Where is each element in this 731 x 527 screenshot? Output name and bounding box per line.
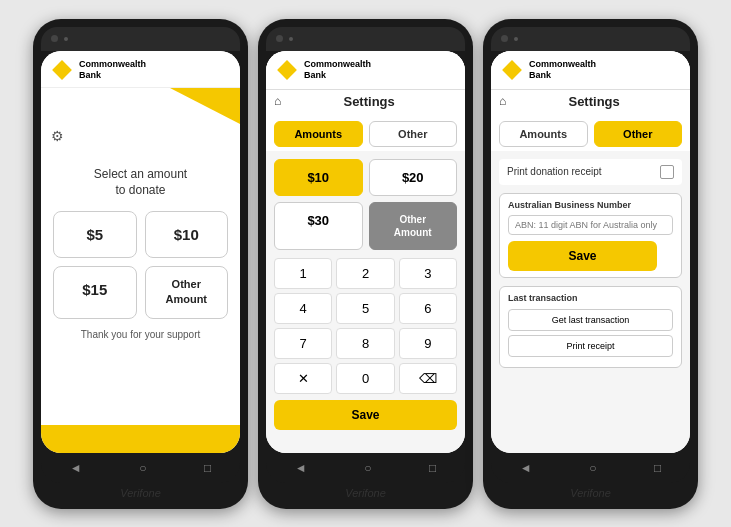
- settings-header-2: Commonwealth Bank: [266, 51, 465, 90]
- cba-header-3: Commonwealth Bank: [501, 57, 680, 83]
- key-7[interactable]: 7: [274, 328, 332, 359]
- key-3[interactable]: 3: [399, 258, 457, 289]
- svg-marker-0: [52, 60, 72, 80]
- gear-icon[interactable]: ⚙: [41, 124, 240, 148]
- screen-settings-other: Commonwealth Bank ⌂ Settings Amounts Oth…: [491, 51, 690, 453]
- key-clear[interactable]: ✕: [274, 363, 332, 394]
- amounts-grid-2: $10 $20 $30 OtherAmount: [266, 151, 465, 258]
- key-4[interactable]: 4: [274, 293, 332, 324]
- other-tab-content: Print donation receipt Australian Busine…: [491, 151, 690, 376]
- key-6[interactable]: 6: [399, 293, 457, 324]
- abn-input[interactable]: [508, 215, 673, 235]
- key-1[interactable]: 1: [274, 258, 332, 289]
- nav-recent-2[interactable]: □: [429, 461, 436, 475]
- settings-title-row-2: ⌂ Settings: [266, 90, 465, 113]
- phone-3-screen: Commonwealth Bank ⌂ Settings Amounts Oth…: [491, 51, 690, 453]
- nav-recent-1[interactable]: □: [204, 461, 211, 475]
- tab-bar-2: Amounts Other: [266, 113, 465, 151]
- key-8[interactable]: 8: [336, 328, 394, 359]
- get-last-transaction-btn[interactable]: Get last transaction: [508, 309, 673, 331]
- save-btn-2[interactable]: Save: [274, 400, 457, 430]
- camera-dot-3: [501, 35, 508, 42]
- tab-other-3[interactable]: Other: [594, 121, 683, 147]
- tab-bar-3: Amounts Other: [491, 113, 690, 151]
- phone-1-label: Verifone: [41, 483, 240, 501]
- nav-recent-3[interactable]: □: [654, 461, 661, 475]
- key-9[interactable]: 9: [399, 328, 457, 359]
- yellow-strip-1: [41, 425, 240, 453]
- nav-home-1[interactable]: ○: [139, 461, 146, 475]
- phone-3-top-bar: [491, 27, 690, 51]
- print-receipt-row: Print donation receipt: [499, 159, 682, 185]
- abn-save-btn[interactable]: Save: [508, 241, 657, 271]
- cba-name-2: Commonwealth Bank: [304, 59, 371, 81]
- thank-you-text: Thank you for your support: [81, 329, 201, 340]
- tab-other-2[interactable]: Other: [369, 121, 458, 147]
- preset-30-btn[interactable]: $30: [274, 202, 363, 250]
- print-receipt-label: Print donation receipt: [507, 166, 602, 177]
- screen-settings-amounts: Commonwealth Bank ⌂ Settings Amounts Oth…: [266, 51, 465, 453]
- donation-title: Select an amount to donate: [94, 166, 187, 200]
- abn-save-wrapper: Save: [508, 241, 673, 271]
- phone-3-nav: ◄ ○ □: [491, 453, 690, 483]
- preset-20-btn[interactable]: $20: [369, 159, 458, 196]
- nav-back-3[interactable]: ◄: [520, 461, 532, 475]
- other-amount-btn[interactable]: OtherAmount: [145, 266, 229, 319]
- abn-section-label: Australian Business Number: [508, 200, 673, 210]
- home-icon-2[interactable]: ⌂: [274, 94, 281, 108]
- cba-logo-1: [51, 59, 73, 81]
- phone-2-label: Verifone: [266, 483, 465, 501]
- amount-grid: $5 $10 $15 OtherAmount: [53, 211, 228, 319]
- settings-title-2: Settings: [281, 94, 457, 109]
- cba-header-1: Commonwealth Bank: [41, 51, 240, 88]
- preset-10-btn[interactable]: $10: [274, 159, 363, 196]
- phone-2-nav: ◄ ○ □: [266, 453, 465, 483]
- print-receipt-btn[interactable]: Print receipt: [508, 335, 673, 357]
- cba-logo-2: [276, 59, 298, 81]
- home-icon-3[interactable]: ⌂: [499, 94, 506, 108]
- key-backspace[interactable]: ⌫: [399, 363, 457, 394]
- numpad-2: 1 2 3 4 5 6 7 8 9 ✕ 0 ⌫: [266, 258, 465, 394]
- phone-1: Commonwealth Bank ⚙ Select an amount to …: [33, 19, 248, 509]
- print-receipt-checkbox[interactable]: [660, 165, 674, 179]
- phone-1-nav: ◄ ○ □: [41, 453, 240, 483]
- yellow-accent-area: [41, 88, 240, 124]
- tab-amounts-2[interactable]: Amounts: [274, 121, 363, 147]
- tab-amounts-3[interactable]: Amounts: [499, 121, 588, 147]
- amount-5-btn[interactable]: $5: [53, 211, 137, 258]
- nav-home-3[interactable]: ○: [589, 461, 596, 475]
- devices-container: Commonwealth Bank ⚙ Select an amount to …: [23, 9, 708, 519]
- last-transaction-section: Last transaction Get last transaction Pr…: [499, 286, 682, 368]
- phone-3-label: Verifone: [491, 483, 690, 501]
- settings-title-3: Settings: [506, 94, 682, 109]
- abn-section: Australian Business Number Save: [499, 193, 682, 278]
- speaker-dot: [64, 37, 68, 41]
- svg-marker-2: [502, 60, 522, 80]
- screen-donation: Commonwealth Bank ⚙ Select an amount to …: [41, 51, 240, 453]
- key-5[interactable]: 5: [336, 293, 394, 324]
- amount-15-btn[interactable]: $15: [53, 266, 137, 319]
- camera-dot: [51, 35, 58, 42]
- phone-2-screen: Commonwealth Bank ⌂ Settings Amounts Oth…: [266, 51, 465, 453]
- phone-3: Commonwealth Bank ⌂ Settings Amounts Oth…: [483, 19, 698, 509]
- phone-1-top-bar: [41, 27, 240, 51]
- camera-dot-2: [276, 35, 283, 42]
- nav-back-2[interactable]: ◄: [295, 461, 307, 475]
- last-transaction-label: Last transaction: [508, 293, 673, 303]
- speaker-dot-2: [289, 37, 293, 41]
- cba-logo-3: [501, 59, 523, 81]
- key-0[interactable]: 0: [336, 363, 394, 394]
- phone-1-screen: Commonwealth Bank ⚙ Select an amount to …: [41, 51, 240, 453]
- speaker-dot-3: [514, 37, 518, 41]
- cba-name-1: Commonwealth Bank: [79, 59, 146, 81]
- preset-other-btn[interactable]: OtherAmount: [369, 202, 458, 250]
- donation-body: Select an amount to donate $5 $10 $15 Ot…: [41, 148, 240, 413]
- yellow-corner: [170, 88, 240, 124]
- key-2[interactable]: 2: [336, 258, 394, 289]
- phone-2-top-bar: [266, 27, 465, 51]
- nav-home-2[interactable]: ○: [364, 461, 371, 475]
- svg-marker-1: [277, 60, 297, 80]
- cba-name-3: Commonwealth Bank: [529, 59, 596, 81]
- nav-back-1[interactable]: ◄: [70, 461, 82, 475]
- amount-10-btn[interactable]: $10: [145, 211, 229, 258]
